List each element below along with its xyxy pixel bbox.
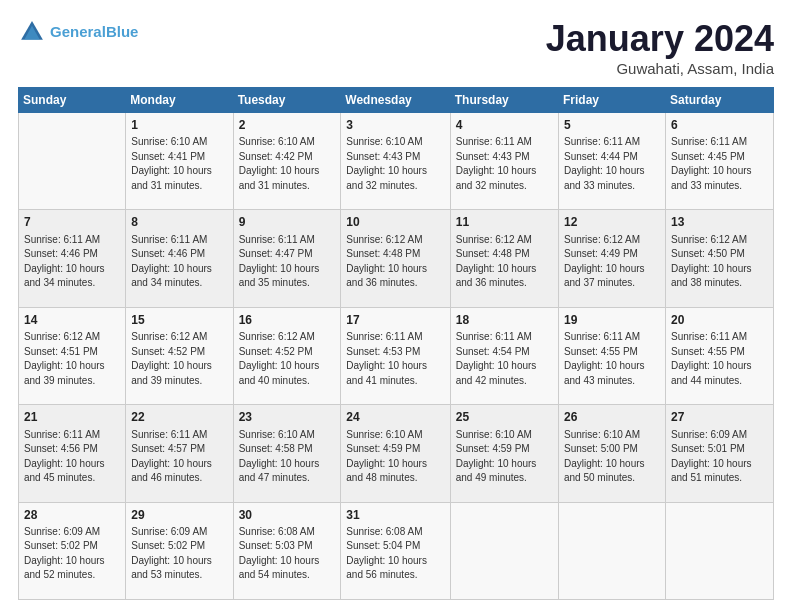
day-cell: 11Sunrise: 6:12 AMSunset: 4:48 PMDayligh…	[450, 210, 558, 307]
day-info: Sunrise: 6:10 AMSunset: 4:42 PMDaylight:…	[239, 135, 336, 193]
week-row-1: 1Sunrise: 6:10 AMSunset: 4:41 PMDaylight…	[19, 113, 774, 210]
month-title: January 2024	[546, 18, 774, 60]
day-cell: 6Sunrise: 6:11 AMSunset: 4:45 PMDaylight…	[665, 113, 773, 210]
day-number: 4	[456, 117, 553, 134]
day-number: 27	[671, 409, 768, 426]
day-cell: 13Sunrise: 6:12 AMSunset: 4:50 PMDayligh…	[665, 210, 773, 307]
day-cell	[665, 502, 773, 599]
day-cell: 30Sunrise: 6:08 AMSunset: 5:03 PMDayligh…	[233, 502, 341, 599]
day-number: 30	[239, 507, 336, 524]
week-row-4: 21Sunrise: 6:11 AMSunset: 4:56 PMDayligh…	[19, 405, 774, 502]
day-number: 24	[346, 409, 444, 426]
location: Guwahati, Assam, India	[546, 60, 774, 77]
day-info: Sunrise: 6:12 AMSunset: 4:48 PMDaylight:…	[456, 233, 553, 291]
day-number: 6	[671, 117, 768, 134]
weekday-saturday: Saturday	[665, 88, 773, 113]
day-info: Sunrise: 6:09 AMSunset: 5:01 PMDaylight:…	[671, 428, 768, 486]
day-number: 23	[239, 409, 336, 426]
day-number: 2	[239, 117, 336, 134]
day-cell: 17Sunrise: 6:11 AMSunset: 4:53 PMDayligh…	[341, 307, 450, 404]
day-cell: 19Sunrise: 6:11 AMSunset: 4:55 PMDayligh…	[558, 307, 665, 404]
day-info: Sunrise: 6:11 AMSunset: 4:56 PMDaylight:…	[24, 428, 120, 486]
day-cell: 4Sunrise: 6:11 AMSunset: 4:43 PMDaylight…	[450, 113, 558, 210]
day-cell: 12Sunrise: 6:12 AMSunset: 4:49 PMDayligh…	[558, 210, 665, 307]
day-number: 13	[671, 214, 768, 231]
day-info: Sunrise: 6:11 AMSunset: 4:45 PMDaylight:…	[671, 135, 768, 193]
day-number: 11	[456, 214, 553, 231]
week-row-2: 7Sunrise: 6:11 AMSunset: 4:46 PMDaylight…	[19, 210, 774, 307]
day-info: Sunrise: 6:11 AMSunset: 4:55 PMDaylight:…	[564, 330, 660, 388]
day-info: Sunrise: 6:11 AMSunset: 4:43 PMDaylight:…	[456, 135, 553, 193]
day-number: 20	[671, 312, 768, 329]
day-info: Sunrise: 6:10 AMSunset: 4:58 PMDaylight:…	[239, 428, 336, 486]
day-number: 26	[564, 409, 660, 426]
day-cell	[19, 113, 126, 210]
day-cell: 22Sunrise: 6:11 AMSunset: 4:57 PMDayligh…	[126, 405, 233, 502]
day-info: Sunrise: 6:09 AMSunset: 5:02 PMDaylight:…	[131, 525, 227, 583]
weekday-friday: Friday	[558, 88, 665, 113]
day-number: 12	[564, 214, 660, 231]
day-number: 18	[456, 312, 553, 329]
day-number: 9	[239, 214, 336, 231]
day-number: 10	[346, 214, 444, 231]
day-info: Sunrise: 6:10 AMSunset: 4:59 PMDaylight:…	[346, 428, 444, 486]
day-info: Sunrise: 6:08 AMSunset: 5:04 PMDaylight:…	[346, 525, 444, 583]
day-number: 5	[564, 117, 660, 134]
header: GeneralBlue January 2024 Guwahati, Assam…	[18, 18, 774, 77]
day-cell: 1Sunrise: 6:10 AMSunset: 4:41 PMDaylight…	[126, 113, 233, 210]
day-cell: 14Sunrise: 6:12 AMSunset: 4:51 PMDayligh…	[19, 307, 126, 404]
day-cell: 31Sunrise: 6:08 AMSunset: 5:04 PMDayligh…	[341, 502, 450, 599]
weekday-header: SundayMondayTuesdayWednesdayThursdayFrid…	[19, 88, 774, 113]
weekday-monday: Monday	[126, 88, 233, 113]
day-info: Sunrise: 6:10 AMSunset: 4:43 PMDaylight:…	[346, 135, 444, 193]
day-cell: 26Sunrise: 6:10 AMSunset: 5:00 PMDayligh…	[558, 405, 665, 502]
logo: GeneralBlue	[18, 18, 138, 46]
day-cell: 21Sunrise: 6:11 AMSunset: 4:56 PMDayligh…	[19, 405, 126, 502]
logo-icon	[18, 18, 46, 46]
day-info: Sunrise: 6:09 AMSunset: 5:02 PMDaylight:…	[24, 525, 120, 583]
weekday-sunday: Sunday	[19, 88, 126, 113]
day-number: 3	[346, 117, 444, 134]
day-info: Sunrise: 6:10 AMSunset: 4:59 PMDaylight:…	[456, 428, 553, 486]
day-cell: 9Sunrise: 6:11 AMSunset: 4:47 PMDaylight…	[233, 210, 341, 307]
day-number: 14	[24, 312, 120, 329]
day-cell: 10Sunrise: 6:12 AMSunset: 4:48 PMDayligh…	[341, 210, 450, 307]
day-cell: 8Sunrise: 6:11 AMSunset: 4:46 PMDaylight…	[126, 210, 233, 307]
day-info: Sunrise: 6:12 AMSunset: 4:51 PMDaylight:…	[24, 330, 120, 388]
day-cell: 2Sunrise: 6:10 AMSunset: 4:42 PMDaylight…	[233, 113, 341, 210]
day-number: 31	[346, 507, 444, 524]
day-number: 29	[131, 507, 227, 524]
day-info: Sunrise: 6:12 AMSunset: 4:50 PMDaylight:…	[671, 233, 768, 291]
day-cell: 25Sunrise: 6:10 AMSunset: 4:59 PMDayligh…	[450, 405, 558, 502]
page: GeneralBlue January 2024 Guwahati, Assam…	[0, 0, 792, 612]
logo-text: GeneralBlue	[50, 23, 138, 41]
calendar-body: 1Sunrise: 6:10 AMSunset: 4:41 PMDaylight…	[19, 113, 774, 600]
day-number: 25	[456, 409, 553, 426]
day-cell: 28Sunrise: 6:09 AMSunset: 5:02 PMDayligh…	[19, 502, 126, 599]
day-cell: 7Sunrise: 6:11 AMSunset: 4:46 PMDaylight…	[19, 210, 126, 307]
day-cell: 5Sunrise: 6:11 AMSunset: 4:44 PMDaylight…	[558, 113, 665, 210]
day-cell: 18Sunrise: 6:11 AMSunset: 4:54 PMDayligh…	[450, 307, 558, 404]
logo-line2: Blue	[106, 23, 139, 40]
weekday-wednesday: Wednesday	[341, 88, 450, 113]
day-info: Sunrise: 6:08 AMSunset: 5:03 PMDaylight:…	[239, 525, 336, 583]
day-number: 17	[346, 312, 444, 329]
day-cell: 27Sunrise: 6:09 AMSunset: 5:01 PMDayligh…	[665, 405, 773, 502]
day-info: Sunrise: 6:11 AMSunset: 4:47 PMDaylight:…	[239, 233, 336, 291]
weekday-tuesday: Tuesday	[233, 88, 341, 113]
week-row-5: 28Sunrise: 6:09 AMSunset: 5:02 PMDayligh…	[19, 502, 774, 599]
day-info: Sunrise: 6:12 AMSunset: 4:52 PMDaylight:…	[131, 330, 227, 388]
logo-line1: General	[50, 23, 106, 40]
day-info: Sunrise: 6:10 AMSunset: 5:00 PMDaylight:…	[564, 428, 660, 486]
day-cell: 16Sunrise: 6:12 AMSunset: 4:52 PMDayligh…	[233, 307, 341, 404]
day-info: Sunrise: 6:10 AMSunset: 4:41 PMDaylight:…	[131, 135, 227, 193]
day-info: Sunrise: 6:11 AMSunset: 4:55 PMDaylight:…	[671, 330, 768, 388]
day-number: 8	[131, 214, 227, 231]
day-cell	[558, 502, 665, 599]
day-info: Sunrise: 6:12 AMSunset: 4:49 PMDaylight:…	[564, 233, 660, 291]
day-number: 19	[564, 312, 660, 329]
day-info: Sunrise: 6:11 AMSunset: 4:57 PMDaylight:…	[131, 428, 227, 486]
day-info: Sunrise: 6:11 AMSunset: 4:54 PMDaylight:…	[456, 330, 553, 388]
day-info: Sunrise: 6:12 AMSunset: 4:52 PMDaylight:…	[239, 330, 336, 388]
day-info: Sunrise: 6:11 AMSunset: 4:44 PMDaylight:…	[564, 135, 660, 193]
